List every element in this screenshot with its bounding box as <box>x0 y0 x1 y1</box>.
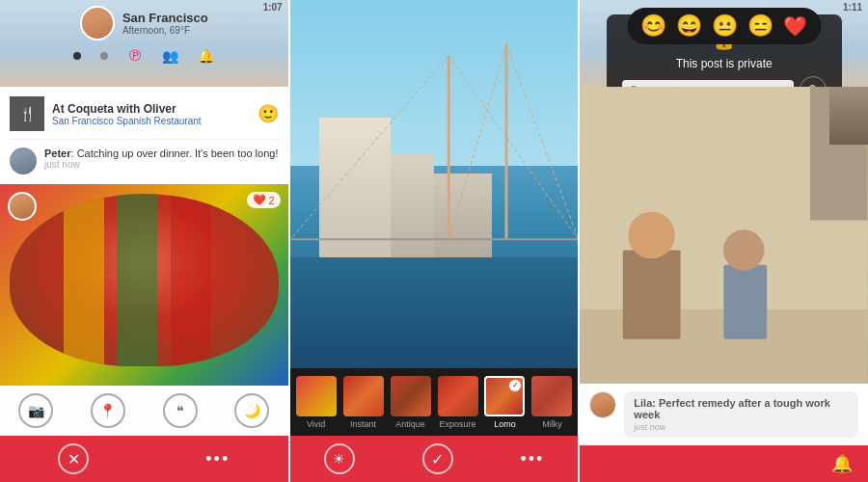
svg-point-10 <box>629 212 676 259</box>
brightness-button[interactable]: ☀ <box>324 443 355 474</box>
filter-thumb-exposure <box>438 376 478 416</box>
balloon-stripe-1 <box>64 194 104 366</box>
building-2 <box>391 154 434 265</box>
photo-user-avatar <box>8 192 37 221</box>
quote-action[interactable]: ❝ <box>163 393 198 428</box>
panel3-time: 1:11 <box>843 2 862 13</box>
panel1-photo: ❤️ 2 <box>0 184 288 386</box>
panel-1: 1:07 San Francisco Afternoon, 69°F ℗ 👥 🔔… <box>0 0 288 482</box>
panel1-time: 1:07 <box>263 2 283 13</box>
bell-icon[interactable]: 🔔 <box>198 48 214 64</box>
more-dots[interactable]: ••• <box>205 449 230 469</box>
comment-body: Peter: Catching up over dinner. It's bee… <box>44 147 278 170</box>
close-icon: ✕ <box>68 450 80 469</box>
lila-comment-time: just now <box>634 422 849 432</box>
filter-label-lomo: Lomo <box>494 419 516 429</box>
pinterest-icon[interactable]: ℗ <box>127 46 143 65</box>
venue-info: At Coqueta with Oliver San Francisco Spa… <box>52 102 202 126</box>
panel1-bottom-bar: ✕ ••• <box>0 436 288 482</box>
panel-3: 1:11 😊 😄 😐 😑 ❤️ 🔒 This post is private 🗑 <box>580 0 868 482</box>
likes-count: 2 <box>269 195 275 206</box>
panel3-comment-feed: Lila: Perfect remedy after a tough work … <box>580 384 868 445</box>
filter-thumb-instant <box>343 376 384 416</box>
filter-check-icon: ✓ <box>509 380 521 391</box>
nav-dot-active <box>73 52 81 60</box>
comment-time: just now <box>44 159 278 170</box>
balloon-background <box>0 184 288 386</box>
filter-exposure[interactable]: Exposure <box>436 376 480 429</box>
filter-bar: Vivid Instant Antique Exposure ✓ Lomo Mi… <box>290 368 579 436</box>
filter-label-vivid: Vivid <box>307 419 325 429</box>
user-face <box>82 8 113 39</box>
lila-comment-text: Perfect remedy after a tough work week <box>634 397 830 420</box>
side-thumbnail <box>829 87 868 145</box>
commenter-lila: Lila <box>634 397 652 409</box>
close-button[interactable]: ✕ <box>58 443 89 474</box>
panel3-header: 1:11 😊 😄 😐 😑 ❤️ 🔒 This post is private 🗑 <box>580 0 868 87</box>
water <box>290 257 579 368</box>
emoji-neutral[interactable]: 😐 <box>712 13 738 39</box>
balloon-shape <box>10 194 279 366</box>
filter-thumb-milky <box>531 376 572 416</box>
balloon-stripe-3 <box>171 194 211 366</box>
sun-icon: ☀ <box>333 451 345 467</box>
filter-milky[interactable]: Milky <box>529 376 574 429</box>
emoji-expressionless[interactable]: 😑 <box>747 13 773 39</box>
balloon-stripe-2 <box>117 194 157 366</box>
photo-likes[interactable]: ❤️ 2 <box>247 192 281 208</box>
nav-dot-1 <box>100 52 108 60</box>
commenter-name: Peter <box>44 147 71 159</box>
notification-bell-icon[interactable]: 🔔 <box>831 453 853 474</box>
panel2-photo <box>290 0 579 368</box>
panel1-avatar <box>80 6 115 40</box>
location-icon: 📍 <box>99 403 116 418</box>
filter-instant[interactable]: Instant <box>341 376 386 429</box>
heart-react-icon[interactable]: ❤️ <box>783 14 807 38</box>
panel1-header: 1:07 San Francisco Afternoon, 69°F ℗ 👥 🔔 <box>0 0 288 87</box>
location-info: San Francisco Afternoon, 69°F <box>122 11 208 36</box>
panel1-location-bar: San Francisco Afternoon, 69°F <box>80 6 208 40</box>
venue-sub: San Francisco Spanish Restaurant <box>52 116 202 126</box>
building-1 <box>319 118 392 265</box>
filter-lomo[interactable]: ✓ Lomo <box>482 376 527 429</box>
confirm-button[interactable]: ✓ <box>422 443 453 474</box>
emoji-happy[interactable]: 😊 <box>640 13 666 39</box>
moon-icon: 🌙 <box>244 403 260 418</box>
heart-icon: ❤️ <box>253 194 266 206</box>
emoji-laugh[interactable]: 😄 <box>676 13 702 39</box>
camera-action[interactable]: 📷 <box>18 393 53 428</box>
panel1-actions: 📷 📍 ❝ 🌙 <box>0 386 288 436</box>
private-post-label: This post is private <box>676 57 773 70</box>
panel-2: Vivid Instant Antique Exposure ✓ Lomo Mi… <box>290 0 579 482</box>
panel1-nav: ℗ 👥 🔔 <box>73 46 214 65</box>
building-3 <box>434 174 492 266</box>
filter-vivid[interactable]: Vivid <box>294 376 339 429</box>
feed-item: Lila: Perfect remedy after a tough work … <box>589 391 858 438</box>
outdoor-scene-svg <box>580 87 868 384</box>
filter-label-instant: Instant <box>350 419 376 429</box>
lila-avatar <box>589 391 616 418</box>
filter-label-milky: Milky <box>542 419 562 429</box>
filter-thumb-antique <box>391 376 431 416</box>
venue-name: At Coqueta with Oliver <box>52 102 202 116</box>
mood-icon[interactable]: 🙂 <box>258 103 279 124</box>
comment-message: Catching up over dinner. It's been too l… <box>77 147 279 159</box>
lila-name: Lila: Perfect remedy after a tough work … <box>634 397 849 420</box>
feed-comment: Peter: Catching up over dinner. It's bee… <box>10 140 279 174</box>
location-action[interactable]: 📍 <box>91 393 125 428</box>
panel2-more-dots[interactable]: ••• <box>520 449 544 469</box>
check-icon: ✓ <box>431 450 444 469</box>
filter-label-antique: Antique <box>395 419 425 429</box>
svg-rect-7 <box>580 309 868 384</box>
moon-action[interactable]: 🌙 <box>234 393 269 428</box>
panel1-feed: 🍴 At Coqueta with Oliver San Francisco S… <box>0 87 288 184</box>
quote-icon: ❝ <box>176 403 184 418</box>
panel3-bottom-bar: 🔔 <box>580 445 868 482</box>
panel2-bottom-bar: ☀ ✓ ••• <box>290 436 579 482</box>
filter-antique[interactable]: Antique <box>389 376 433 429</box>
people-icon[interactable]: 👥 <box>162 48 178 64</box>
lila-comment-bubble: Lila: Perfect remedy after a tough work … <box>624 391 858 438</box>
panel3-content: Lila: Perfect remedy after a tough work … <box>580 87 868 445</box>
panel3-photo <box>580 87 868 384</box>
filter-label-exposure: Exposure <box>439 419 475 429</box>
